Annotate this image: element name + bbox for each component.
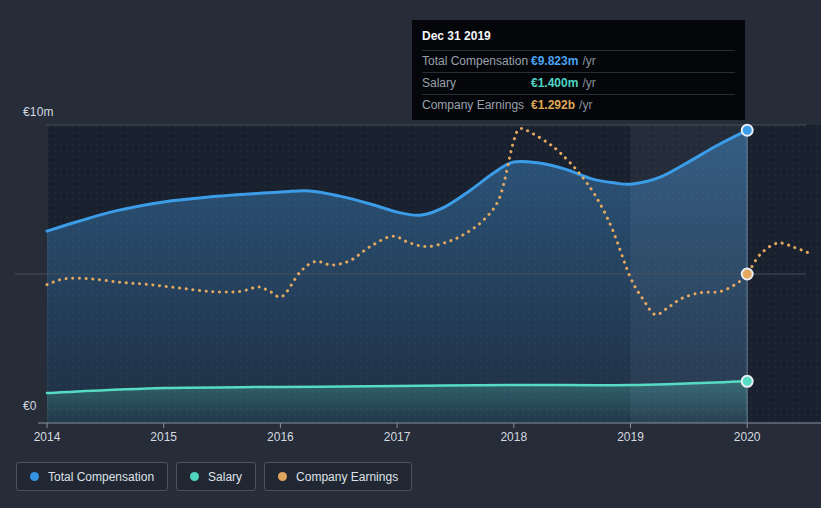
legend-label: Salary [208, 470, 242, 484]
tooltip-date: Dec 31 2019 [422, 25, 735, 50]
x-axis-label-2015: 2015 [134, 430, 194, 444]
tooltip-row-total-compensation: Total Compensation€9.823m/yr [422, 50, 735, 72]
legend-dot-icon [30, 472, 39, 481]
chart-tooltip: Dec 31 2019 Total Compensation€9.823m/yr… [412, 20, 745, 120]
x-axis-label-2017: 2017 [367, 430, 427, 444]
tooltip-row-label: Company Earnings [422, 98, 531, 113]
legend-label: Total Compensation [48, 470, 154, 484]
x-axis-label-2014: 2014 [17, 430, 77, 444]
tooltip-row-label: Salary [422, 76, 531, 91]
legend-dot-icon [190, 472, 199, 481]
legend-item-salary[interactable]: Salary [176, 462, 256, 491]
x-axis-label-2019: 2019 [601, 430, 661, 444]
tooltip-row-unit: /yr [579, 98, 592, 113]
x-axis-label-2018: 2018 [484, 430, 544, 444]
marker-total-compensation[interactable] [742, 125, 753, 136]
tooltip-rows: Total Compensation€9.823m/yrSalary€1.400… [422, 50, 735, 116]
tooltip-row-value: €1.400m [531, 76, 578, 91]
chart-panel: €10m €0 2014201520162017201820192020 Dec… [0, 0, 821, 508]
x-axis-label-2020: 2020 [717, 430, 777, 444]
y-axis-label-10m: €10m [23, 105, 54, 119]
legend-dot-icon [278, 472, 287, 481]
chart-legend: Total CompensationSalaryCompany Earnings [16, 462, 420, 491]
tooltip-row-value: €9.823m [531, 54, 578, 69]
legend-item-total-compensation[interactable]: Total Compensation [16, 462, 168, 491]
tooltip-row-value: €1.292b [531, 98, 575, 113]
tooltip-row-unit: /yr [582, 76, 595, 91]
tooltip-row-company-earnings: Company Earnings€1.292b/yr [422, 94, 735, 116]
tooltip-row-unit: /yr [582, 54, 595, 69]
marker-company-earnings[interactable] [742, 268, 753, 279]
legend-item-company-earnings[interactable]: Company Earnings [264, 462, 412, 491]
x-axis-label-2016: 2016 [250, 430, 310, 444]
marker-salary[interactable] [742, 376, 753, 387]
tooltip-row-salary: Salary€1.400m/yr [422, 72, 735, 94]
legend-label: Company Earnings [296, 470, 398, 484]
tooltip-row-label: Total Compensation [422, 54, 531, 69]
y-axis-label-0: €0 [23, 399, 37, 413]
